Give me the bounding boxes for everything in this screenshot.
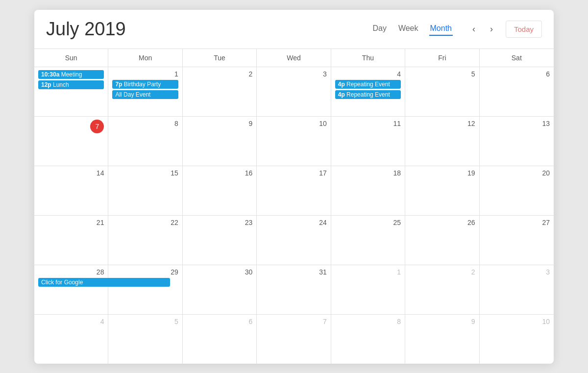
day-cell[interactable]: 7 [257,315,331,364]
day-cell[interactable]: 19 [405,166,479,215]
day-cell[interactable]: 13 [480,117,554,166]
day-number: 8 [112,120,178,127]
day-number: 4 [335,70,401,78]
calendar-event[interactable]: 7p Birthday Party [112,80,178,89]
day-cell[interactable]: 20 [480,166,554,215]
day-number: 26 [409,219,475,226]
calendar-event[interactable]: 4p Repeating Event [335,80,401,89]
calendar-event[interactable]: 10:30a Meeting [38,70,104,79]
calendar-header: July 2019 Day Week Month ‹ › Today [34,10,554,49]
week-row: 78910111213 [34,117,554,166]
day-header-sun: Sun [34,49,108,67]
day-number: 10 [261,120,326,127]
day-number: 2 [187,70,252,78]
day-cell[interactable]: 17p Birthday PartyAll Day Event [108,67,182,116]
day-cell[interactable]: 27 [480,216,554,265]
view-month[interactable]: Month [429,22,453,36]
day-header-tue: Tue [183,49,257,67]
day-header-mon: Mon [108,49,182,67]
day-header-sat: Sat [480,49,554,67]
day-number: 16 [187,169,252,177]
day-number: 27 [484,219,550,226]
day-cell[interactable]: 22 [108,216,182,265]
calendar-event-wide[interactable]: Click for Google [38,278,170,287]
nav-buttons: ‹ › [467,21,498,37]
day-number: 6 [187,318,252,325]
day-cell[interactable]: 15 [108,166,182,215]
day-number: 5 [409,70,475,78]
day-cell[interactable]: 14 [34,166,108,215]
day-number: 2 [409,268,475,276]
day-number: 21 [38,219,104,226]
week-row: 28Click for Google293031123 [34,265,554,315]
day-number: 9 [409,318,475,325]
day-cell[interactable]: 2 [405,265,479,314]
day-number: 22 [112,219,178,226]
view-week[interactable]: Week [397,22,419,36]
day-cell[interactable]: 2 [183,67,257,116]
day-number: 17 [261,169,326,177]
day-cell[interactable]: 24 [257,216,331,265]
day-cell[interactable]: 10 [257,117,331,166]
day-cell[interactable]: 9 [405,315,479,364]
view-day[interactable]: Day [371,22,387,36]
day-cell[interactable]: 6 [183,315,257,364]
day-number: 3 [484,268,550,276]
calendar-event[interactable]: 4p Repeating Event [335,90,401,99]
day-cell[interactable]: 10 [480,315,554,364]
week-row: 21222324252627 [34,216,554,265]
day-cell[interactable]: 5 [405,67,479,116]
day-header-fri: Fri [405,49,479,67]
calendar-weeks: 10:30a Meeting12p Lunch17p Birthday Part… [34,67,554,364]
calendar-title: July 2019 [46,19,371,40]
day-number: 28 [38,268,104,276]
day-number: 30 [187,268,252,276]
day-headers: SunMonTueWedThuFriSat [34,49,554,67]
day-number: 4 [38,318,104,325]
day-cell[interactable]: 11 [331,117,405,166]
day-cell[interactable]: 1 [331,265,405,314]
day-number: 13 [484,120,550,127]
day-number: 3 [261,70,326,78]
calendar-event[interactable]: All Day Event [112,90,178,99]
day-cell[interactable]: 18 [331,166,405,215]
today-button[interactable]: Today [506,21,542,38]
day-cell[interactable]: 9 [183,117,257,166]
day-cell[interactable]: 16 [183,166,257,215]
next-month-button[interactable]: › [485,21,498,37]
day-cell[interactable]: 29 [108,265,182,314]
day-cell[interactable]: 3 [480,265,554,314]
calendar-event[interactable]: 12p Lunch [38,80,104,89]
day-cell[interactable]: 5 [108,315,182,364]
day-cell[interactable]: 30 [183,265,257,314]
day-cell[interactable]: 8 [331,315,405,364]
day-cell[interactable]: 31 [257,265,331,314]
day-number: 24 [261,219,326,226]
day-number: 8 [335,318,401,325]
calendar-container: July 2019 Day Week Month ‹ › Today SunMo… [34,10,554,364]
day-cell[interactable]: 3 [257,67,331,116]
day-cell[interactable]: 6 [480,67,554,116]
view-buttons: Day Week Month [371,22,453,36]
day-header-wed: Wed [257,49,331,67]
today-date: 7 [90,120,104,133]
day-cell[interactable]: 8 [108,117,182,166]
day-cell[interactable]: 44p Repeating Event4p Repeating Event [331,67,405,116]
day-cell[interactable]: 17 [257,166,331,215]
day-cell[interactable]: 26 [405,216,479,265]
day-number: 23 [187,219,252,226]
day-cell[interactable]: 7 [34,117,108,166]
week-row: 45678910 [34,315,554,364]
day-cell[interactable]: 12 [405,117,479,166]
day-cell[interactable]: 25 [331,216,405,265]
day-cell[interactable]: 28Click for Google [34,265,108,314]
day-cell[interactable]: 21 [34,216,108,265]
day-number: 7 [261,318,326,325]
day-cell[interactable]: 10:30a Meeting12p Lunch [34,67,108,116]
day-cell[interactable]: 4 [34,315,108,364]
prev-month-button[interactable]: ‹ [467,21,480,37]
day-number: 20 [484,169,550,177]
day-number: 10 [484,318,550,325]
day-cell[interactable]: 23 [183,216,257,265]
day-number: 29 [112,268,178,276]
